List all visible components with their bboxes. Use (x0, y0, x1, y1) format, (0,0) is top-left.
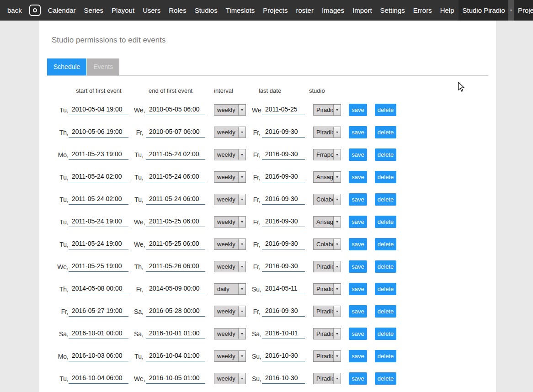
save-button[interactable]: save (349, 260, 367, 273)
last-date-input[interactable] (262, 172, 305, 182)
delete-button[interactable]: delete (375, 148, 396, 161)
studio-context-select[interactable]: Studio Piradio ▼ (458, 0, 514, 21)
studio-select[interactable]: Piradio ▼ (313, 306, 341, 317)
nav-item-images[interactable]: Images (318, 6, 348, 14)
nav-item-errors[interactable]: Errors (409, 6, 436, 14)
start-input[interactable] (69, 239, 128, 249)
last-date-input[interactable] (262, 195, 305, 205)
nav-item-playout[interactable]: Playout (107, 6, 139, 14)
save-button[interactable]: save (349, 193, 367, 206)
interval-select[interactable]: weekly ▼ (214, 238, 246, 250)
interval-select[interactable]: weekly ▼ (214, 306, 246, 317)
delete-button[interactable]: delete (375, 328, 396, 340)
start-input[interactable] (69, 127, 128, 138)
nav-item-import[interactable]: Import (348, 6, 376, 14)
interval-select[interactable]: weekly ▼ (214, 104, 246, 116)
delete-button[interactable]: delete (375, 372, 396, 385)
studio-select[interactable]: Colabo ▼ (313, 238, 341, 250)
end-input[interactable] (146, 217, 205, 227)
nav-item-roles[interactable]: Roles (165, 6, 190, 14)
last-date-input[interactable] (262, 374, 305, 384)
interval-select[interactable]: weekly ▼ (214, 149, 246, 160)
studio-select[interactable]: Piradio ▼ (313, 127, 341, 138)
interval-select[interactable]: weekly ▼ (214, 373, 246, 384)
project-context-select[interactable]: Project 88vier ▼ (514, 0, 533, 21)
studio-select[interactable]: Frrapo ▼ (313, 149, 341, 160)
delete-button[interactable]: delete (375, 238, 396, 250)
studio-select[interactable]: Ansage ▼ (313, 171, 341, 183)
end-input[interactable] (146, 127, 205, 138)
delete-button[interactable]: delete (375, 104, 396, 116)
save-button[interactable]: save (349, 171, 367, 183)
studio-select[interactable]: Piradio ▼ (313, 104, 341, 116)
interval-select[interactable]: weekly ▼ (214, 216, 246, 228)
nav-item-help[interactable]: Help (436, 6, 458, 14)
studio-select[interactable]: Piradio ▼ (313, 261, 341, 272)
delete-button[interactable]: delete (375, 171, 396, 183)
end-input[interactable] (146, 329, 205, 339)
interval-select[interactable]: weekly ▼ (214, 328, 246, 339)
start-input[interactable] (69, 351, 128, 361)
start-input[interactable] (69, 307, 128, 317)
end-input[interactable] (146, 105, 205, 115)
tab-events[interactable]: Events (87, 58, 119, 75)
logo-icon[interactable] (29, 5, 41, 16)
nav-item-studios[interactable]: Studios (191, 6, 222, 14)
delete-button[interactable]: delete (375, 216, 396, 228)
save-button[interactable]: save (349, 350, 367, 362)
end-input[interactable] (146, 307, 205, 317)
nav-item-users[interactable]: Users (139, 6, 165, 14)
nav-item-back[interactable]: back (0, 6, 26, 14)
start-input[interactable] (69, 105, 128, 115)
last-date-input[interactable] (262, 150, 305, 160)
last-date-input[interactable] (262, 127, 305, 138)
start-input[interactable] (69, 150, 128, 160)
end-input[interactable] (146, 172, 205, 182)
last-date-input[interactable] (262, 262, 305, 272)
nav-item-projects[interactable]: Projects (259, 6, 292, 14)
interval-select[interactable]: daily ▼ (214, 283, 246, 295)
last-date-input[interactable] (262, 217, 305, 227)
end-input[interactable] (146, 150, 205, 160)
delete-button[interactable]: delete (375, 283, 396, 295)
start-input[interactable] (69, 195, 128, 205)
nav-item-timeslots[interactable]: Timeslots (222, 6, 259, 14)
last-date-input[interactable] (262, 105, 305, 115)
nav-item-calendar[interactable]: Calendar (44, 6, 80, 14)
delete-button[interactable]: delete (375, 350, 396, 362)
delete-button[interactable]: delete (375, 193, 396, 206)
delete-button[interactable]: delete (375, 260, 396, 273)
last-date-input[interactable] (262, 351, 305, 361)
interval-select[interactable]: weekly ▼ (214, 350, 246, 362)
studio-select[interactable]: Piradio ▼ (313, 328, 341, 339)
save-button[interactable]: save (349, 238, 367, 250)
start-input[interactable] (69, 284, 128, 294)
studio-select[interactable]: Piradio ▼ (313, 350, 341, 362)
last-date-input[interactable] (262, 329, 305, 339)
save-button[interactable]: save (349, 104, 367, 116)
start-input[interactable] (69, 172, 128, 182)
end-input[interactable] (146, 195, 205, 205)
interval-select[interactable]: weekly ▼ (214, 127, 246, 138)
end-input[interactable] (146, 351, 205, 361)
save-button[interactable]: save (349, 148, 367, 161)
tab-schedule[interactable]: Schedule (47, 58, 86, 75)
end-input[interactable] (146, 262, 205, 272)
save-button[interactable]: save (349, 283, 367, 295)
end-input[interactable] (146, 284, 205, 294)
studio-select[interactable]: Piradio ▼ (313, 283, 341, 295)
interval-select[interactable]: weekly ▼ (214, 194, 246, 205)
save-button[interactable]: save (349, 305, 367, 318)
delete-button[interactable]: delete (375, 305, 396, 318)
interval-select[interactable]: weekly ▼ (214, 171, 246, 183)
interval-select[interactable]: weekly ▼ (214, 261, 246, 272)
studio-select[interactable]: Colabo ▼ (313, 194, 341, 205)
delete-button[interactable]: delete (375, 126, 396, 138)
start-input[interactable] (69, 262, 128, 272)
start-input[interactable] (69, 374, 128, 384)
last-date-input[interactable] (262, 307, 305, 317)
start-input[interactable] (69, 217, 128, 227)
end-input[interactable] (146, 239, 205, 249)
last-date-input[interactable] (262, 284, 305, 294)
nav-item-roster[interactable]: roster (292, 6, 318, 14)
